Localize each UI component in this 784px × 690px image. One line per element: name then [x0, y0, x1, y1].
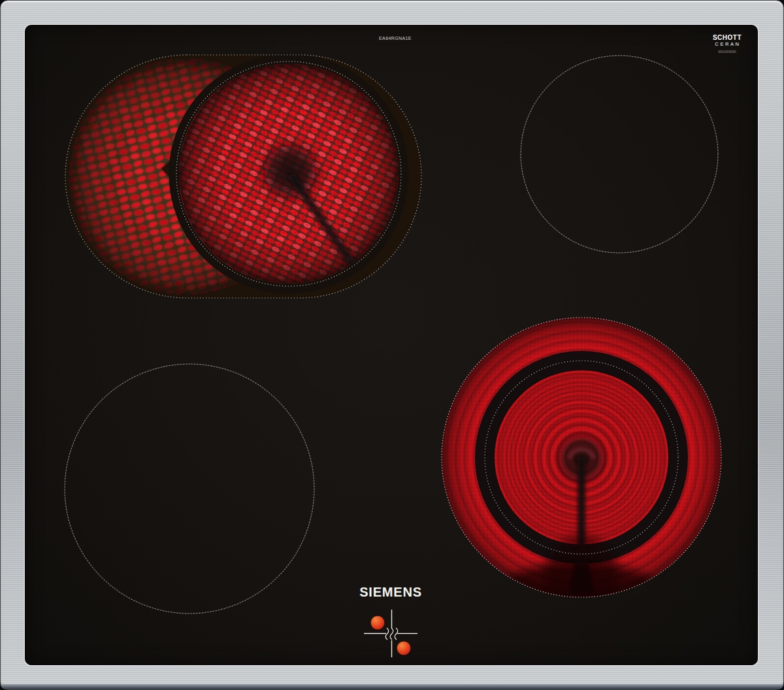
siemens-logo: SIEMENS	[332, 585, 449, 600]
zone-front-left	[65, 364, 314, 614]
residual-heat-icon	[385, 629, 398, 640]
serial-number: 9001609080	[708, 50, 746, 54]
zone-rear-left	[65, 55, 421, 298]
schott-wordmark: SCHOTT	[708, 35, 746, 41]
model-number-label: EA64RGNA1E	[366, 36, 425, 41]
ceran-wordmark: CERAN	[708, 41, 746, 47]
zone-dotted-outline	[521, 56, 718, 253]
hot-dot-lower	[397, 642, 411, 655]
zone-front-right	[441, 317, 722, 630]
zone-rear-right	[521, 56, 718, 253]
coil-terminal-shadow	[256, 137, 324, 205]
zone-dotted-outline	[65, 364, 314, 614]
bottom-shadow	[495, 562, 662, 630]
hot-dot-upper	[371, 616, 385, 630]
schott-ceran-badge: SCHOTT CERAN 9001609080	[708, 35, 746, 54]
cooktop-photo: EA64RGNA1E SCHOTT CERAN 9001609080 SIEME…	[0, 0, 784, 690]
main-coil-disc	[179, 64, 399, 284]
